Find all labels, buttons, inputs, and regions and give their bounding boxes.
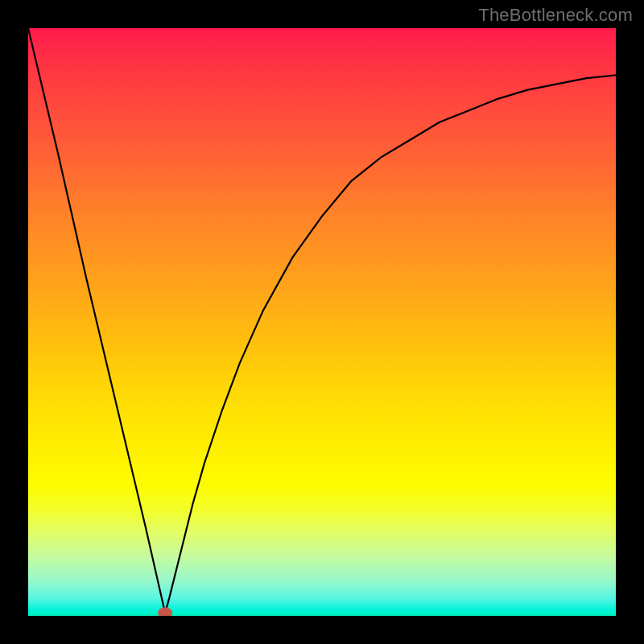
chart-svg	[28, 28, 616, 616]
chart-area	[28, 28, 616, 616]
watermark-text: TheBottleneck.com	[478, 5, 633, 26]
minimum-marker	[158, 607, 172, 616]
bottleneck-curve-line	[28, 28, 616, 613]
